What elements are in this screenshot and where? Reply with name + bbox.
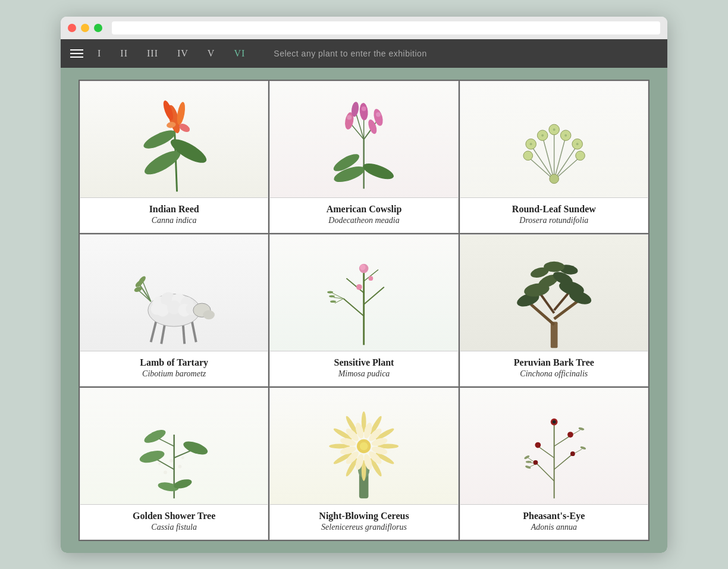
plant-scientific-name-american-cowslip: Dodecatheon meadia <box>275 216 453 225</box>
svg-point-76 <box>328 291 334 293</box>
svg-point-156 <box>535 442 541 448</box>
svg-point-82 <box>369 276 374 281</box>
svg-point-149 <box>525 465 531 469</box>
svg-point-39 <box>523 151 533 161</box>
svg-point-21 <box>362 106 366 111</box>
nav-tab-1[interactable]: I <box>98 48 101 59</box>
plant-card-night-blowing-cereus[interactable]: Night-Blowing Cereus Selenicereus grandi… <box>269 388 458 540</box>
nav-tab-3[interactable]: III <box>147 48 158 59</box>
plant-image-round-leaf-sundew <box>460 81 648 197</box>
plant-image-indian-reed <box>80 81 268 197</box>
minimize-button[interactable] <box>81 24 89 32</box>
plant-card-golden-shower-tree[interactable]: Golden Shower Tree Cassia fistula <box>80 388 268 540</box>
plant-common-name-lamb-of-tartary: Lamb of Tartary <box>85 357 263 368</box>
nav-tab-4[interactable]: IV <box>177 48 189 59</box>
svg-point-155 <box>552 420 556 423</box>
svg-point-23 <box>376 112 381 117</box>
plant-common-name-golden-shower-tree: Golden Shower Tree <box>85 511 263 521</box>
svg-line-140 <box>536 463 554 480</box>
plant-card-sensitive-plant[interactable]: Sensitive Plant Mimosa pudica <box>269 234 458 386</box>
plant-scientific-name-night-blowing-cereus: Selenicereus grandiflorus <box>275 523 453 532</box>
plant-image-american-cowslip <box>270 81 457 197</box>
browser-titlebar <box>61 17 667 39</box>
plant-scientific-name-pheasants-eye: Adonis annua <box>465 523 643 532</box>
svg-point-81 <box>356 284 362 290</box>
plant-card-peruvian-bark-tree[interactable]: Peruvian Bark Tree Cinchona officinalis <box>460 234 648 386</box>
svg-point-11 <box>361 160 396 182</box>
plant-info-golden-shower-tree: Golden Shower Tree Cassia fistula <box>80 504 268 539</box>
svg-point-40 <box>529 143 532 145</box>
svg-point-157 <box>567 432 573 438</box>
plant-scientific-name-round-leaf-sundew: Drosera rotundifolia <box>465 216 643 225</box>
plant-info-round-leaf-sundew: Round-Leaf Sundew Drosera rotundifolia <box>460 197 648 232</box>
plant-common-name-indian-reed: Indian Reed <box>85 204 263 215</box>
svg-point-147 <box>523 454 529 459</box>
plant-image-peruvian-bark-tree <box>460 235 648 351</box>
svg-point-105 <box>178 464 181 468</box>
plant-grid: Indian Reed Canna indica <box>79 80 649 541</box>
close-button[interactable] <box>68 24 76 32</box>
plant-scientific-name-peruvian-bark-tree: Cinchona officinalis <box>465 369 643 379</box>
plant-info-lamb-of-tartary: Lamb of Tartary Cibotium barometz <box>80 351 268 386</box>
plant-info-american-cowslip: American Cowslip Dodecatheon meadia <box>270 197 457 232</box>
svg-point-148 <box>526 460 532 463</box>
svg-point-153 <box>578 427 584 430</box>
svg-point-106 <box>170 458 173 462</box>
plant-common-name-peruvian-bark-tree: Peruvian Bark Tree <box>465 357 643 368</box>
svg-rect-83 <box>550 322 557 348</box>
svg-line-87 <box>554 293 568 310</box>
svg-line-69 <box>344 298 364 316</box>
svg-point-20 <box>359 102 369 120</box>
plant-card-pheasants-eye[interactable]: Pheasant's-Eye Adonis annua <box>460 388 648 540</box>
svg-point-43 <box>564 134 567 136</box>
svg-point-61 <box>203 310 215 319</box>
nav-tab-2[interactable]: II <box>120 48 128 59</box>
svg-point-41 <box>541 134 544 136</box>
nav-tab-6[interactable]: VI <box>234 48 245 59</box>
svg-point-58 <box>151 303 163 315</box>
hamburger-menu[interactable] <box>70 49 83 58</box>
plant-info-sensitive-plant: Sensitive Plant Mimosa pudica <box>270 351 457 386</box>
svg-line-141 <box>554 455 571 469</box>
plant-info-indian-reed: Indian Reed Canna indica <box>80 197 268 232</box>
nav-hint: Select any plant to enter the exhibition <box>274 49 426 58</box>
svg-point-44 <box>576 143 578 145</box>
main-content: Indian Reed Canna indica <box>61 68 667 553</box>
svg-point-80 <box>360 264 366 270</box>
plant-common-name-american-cowslip: American Cowslip <box>275 204 453 215</box>
svg-point-103 <box>143 427 168 445</box>
svg-point-19 <box>347 115 352 120</box>
plant-card-lamb-of-tartary[interactable]: Lamb of Tartary Cibotium barometz <box>80 234 268 386</box>
plant-info-pheasants-eye: Pheasant's-Eye Adonis annua <box>460 504 648 539</box>
svg-line-85 <box>554 301 577 319</box>
plant-common-name-night-blowing-cereus: Night-Blowing Cereus <box>275 511 453 521</box>
plant-image-sensitive-plant <box>270 235 457 351</box>
address-bar[interactable] <box>112 21 660 34</box>
svg-point-42 <box>553 128 555 130</box>
plant-card-round-leaf-sundew[interactable]: Round-Leaf Sundew Drosera rotundifolia <box>460 81 648 233</box>
svg-line-27 <box>542 136 554 180</box>
svg-line-142 <box>538 446 554 458</box>
plant-common-name-pheasants-eye: Pheasant's-Eye <box>465 511 643 521</box>
svg-point-45 <box>550 174 559 184</box>
svg-line-49 <box>192 319 196 342</box>
svg-line-143 <box>554 435 570 446</box>
svg-line-75 <box>335 298 344 303</box>
plant-card-american-cowslip[interactable]: American Cowslip Dodecatheon meadia <box>269 81 458 233</box>
nav-tab-5[interactable]: V <box>208 48 215 59</box>
plant-card-indian-reed[interactable]: Indian Reed Canna indica <box>80 81 268 233</box>
plant-scientific-name-golden-shower-tree: Cassia fistula <box>85 523 263 532</box>
nav-tabs: I II III IV V VI <box>98 48 245 59</box>
svg-line-70 <box>364 287 384 304</box>
plant-image-lamb-of-tartary <box>80 235 268 351</box>
svg-point-158 <box>533 460 538 464</box>
svg-line-86 <box>539 293 554 313</box>
plant-image-night-blowing-cereus <box>270 388 457 504</box>
navigation-bar: I II III IV V VI Select any plant to ent… <box>61 39 667 68</box>
plant-image-pheasants-eye <box>460 388 648 504</box>
plant-common-name-sensitive-plant: Sensitive Plant <box>275 357 453 368</box>
svg-point-108 <box>181 456 184 459</box>
svg-point-96 <box>544 261 564 272</box>
maximize-button[interactable] <box>94 24 102 32</box>
svg-point-38 <box>575 151 585 161</box>
